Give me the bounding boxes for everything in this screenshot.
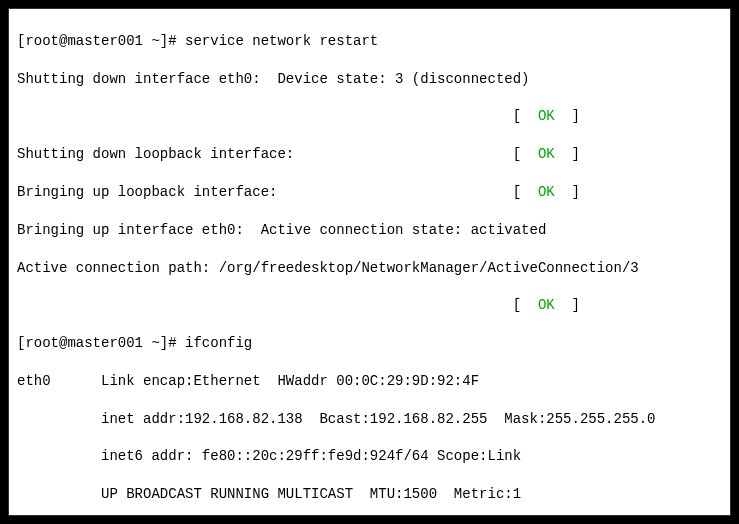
prompt-line-1: [root@master001 ~]# service network rest… [17, 32, 722, 51]
status-padding: [ [17, 297, 538, 313]
shell-prompt: [root@master001 ~]# [17, 335, 185, 351]
output-text: Bringing up loopback interface: [17, 184, 277, 200]
status-bracket-end: ] [555, 146, 580, 162]
status-bracket-end: ] [555, 297, 580, 313]
output-line: Shutting down interface eth0: Device sta… [17, 70, 722, 89]
command-text: ifconfig [185, 335, 252, 351]
status-padding: [ [294, 146, 538, 162]
command-text: service network restart [185, 33, 378, 49]
status-bracket-end: ] [555, 184, 580, 200]
ok-badge: OK [538, 184, 555, 200]
ok-badge: OK [538, 108, 555, 124]
output-line: Shutting down loopback interface: [ OK ] [17, 145, 722, 164]
status-ok-line: [ OK ] [17, 296, 722, 315]
output-line: Bringing up loopback interface: [ OK ] [17, 183, 722, 202]
prompt-line-2: [root@master001 ~]# ifconfig [17, 334, 722, 353]
ok-badge: OK [538, 297, 555, 313]
ok-badge: OK [538, 146, 555, 162]
shell-prompt: [root@master001 ~]# [17, 33, 185, 49]
status-ok-line: [ OK ] [17, 107, 722, 126]
ifconfig-eth0-line: eth0 Link encap:Ethernet HWaddr 00:0C:29… [17, 372, 722, 391]
status-padding: [ [17, 108, 538, 124]
ifconfig-eth0-line: inet6 addr: fe80::20c:29ff:fe9d:924f/64 … [17, 447, 722, 466]
status-padding: [ [277, 184, 537, 200]
ifconfig-eth0-line: UP BROADCAST RUNNING MULTICAST MTU:1500 … [17, 485, 722, 504]
ifconfig-eth0-line: inet addr:192.168.82.138 Bcast:192.168.8… [17, 410, 722, 429]
status-bracket-end: ] [555, 108, 580, 124]
output-line: Active connection path: /org/freedesktop… [17, 259, 722, 278]
terminal-window: [root@master001 ~]# service network rest… [8, 8, 731, 516]
output-text: Shutting down loopback interface: [17, 146, 294, 162]
output-line: Bringing up interface eth0: Active conne… [17, 221, 722, 240]
